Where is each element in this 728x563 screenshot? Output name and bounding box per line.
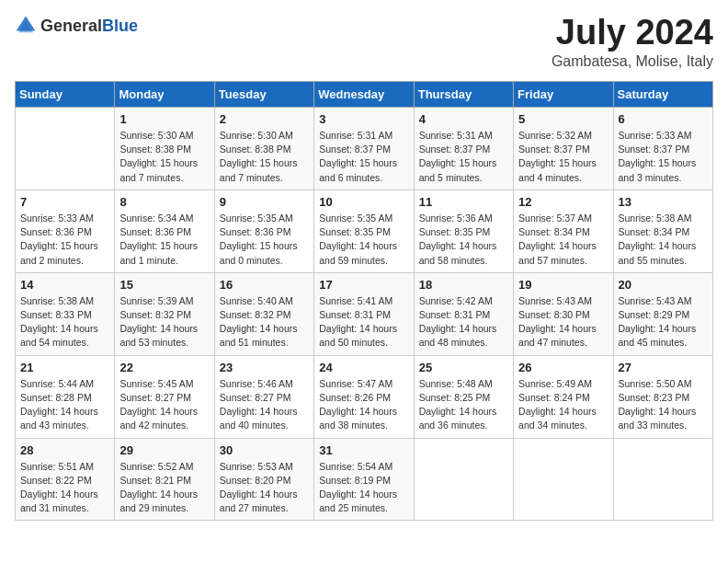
day-number: 18 (419, 278, 508, 292)
day-cell: 27Sunrise: 5:50 AM Sunset: 8:23 PM Dayli… (613, 355, 712, 438)
calendar-table: SundayMondayTuesdayWednesdayThursdayFrid… (15, 81, 713, 521)
day-number: 4 (419, 112, 508, 126)
header-cell-sunday: Sunday (16, 82, 115, 108)
day-cell: 2Sunrise: 5:30 AM Sunset: 8:38 PM Daylig… (214, 108, 313, 190)
day-number: 2 (220, 112, 309, 126)
day-info: Sunrise: 5:33 AM Sunset: 8:37 PM Dayligh… (619, 129, 708, 185)
day-cell: 1Sunrise: 5:30 AM Sunset: 8:38 PM Daylig… (115, 108, 214, 190)
day-cell: 26Sunrise: 5:49 AM Sunset: 8:24 PM Dayli… (514, 355, 613, 438)
day-cell: 28Sunrise: 5:51 AM Sunset: 8:22 PM Dayli… (16, 438, 115, 521)
day-info: Sunrise: 5:30 AM Sunset: 8:38 PM Dayligh… (220, 129, 309, 185)
logo-icon (15, 15, 37, 37)
day-number: 15 (119, 278, 209, 292)
day-info: Sunrise: 5:37 AM Sunset: 8:34 PM Dayligh… (518, 212, 608, 268)
day-number: 9 (220, 195, 309, 209)
header-cell-wednesday: Wednesday (314, 82, 414, 108)
day-cell: 21Sunrise: 5:44 AM Sunset: 8:28 PM Dayli… (16, 355, 115, 438)
day-number: 29 (119, 443, 209, 457)
day-cell: 16Sunrise: 5:40 AM Sunset: 8:32 PM Dayli… (214, 272, 313, 355)
day-number: 20 (619, 278, 708, 292)
location-title: Gambatesa, Molise, Italy (552, 53, 713, 70)
day-number: 5 (518, 112, 608, 126)
day-cell: 14Sunrise: 5:38 AM Sunset: 8:33 PM Dayli… (16, 272, 115, 355)
day-cell: 25Sunrise: 5:48 AM Sunset: 8:25 PM Dayli… (414, 355, 513, 438)
logo-blue: Blue (102, 17, 138, 35)
day-info: Sunrise: 5:38 AM Sunset: 8:33 PM Dayligh… (20, 294, 109, 350)
day-number: 11 (419, 195, 508, 209)
day-cell: 18Sunrise: 5:42 AM Sunset: 8:31 PM Dayli… (414, 272, 513, 355)
day-number: 7 (20, 195, 109, 209)
day-cell: 4Sunrise: 5:31 AM Sunset: 8:37 PM Daylig… (414, 108, 513, 190)
day-number: 1 (119, 112, 209, 126)
day-info: Sunrise: 5:31 AM Sunset: 8:37 PM Dayligh… (419, 129, 508, 185)
day-info: Sunrise: 5:43 AM Sunset: 8:30 PM Dayligh… (518, 294, 608, 350)
day-number: 31 (319, 443, 408, 457)
day-cell (613, 438, 712, 521)
day-info: Sunrise: 5:51 AM Sunset: 8:22 PM Dayligh… (20, 460, 109, 516)
week-row-1: 1Sunrise: 5:30 AM Sunset: 8:38 PM Daylig… (16, 108, 713, 190)
day-info: Sunrise: 5:50 AM Sunset: 8:23 PM Dayligh… (619, 377, 708, 433)
month-title: July 2024 (552, 15, 713, 50)
day-cell: 22Sunrise: 5:45 AM Sunset: 8:27 PM Dayli… (115, 355, 214, 438)
day-info: Sunrise: 5:43 AM Sunset: 8:29 PM Dayligh… (619, 294, 708, 350)
week-row-4: 21Sunrise: 5:44 AM Sunset: 8:28 PM Dayli… (16, 355, 713, 438)
day-cell: 20Sunrise: 5:43 AM Sunset: 8:29 PM Dayli… (613, 272, 712, 355)
day-info: Sunrise: 5:46 AM Sunset: 8:27 PM Dayligh… (220, 377, 309, 433)
title-block: July 2024 Gambatesa, Molise, Italy (552, 15, 713, 70)
day-number: 17 (319, 278, 408, 292)
header-row: SundayMondayTuesdayWednesdayThursdayFrid… (16, 82, 713, 108)
calendar-header: SundayMondayTuesdayWednesdayThursdayFrid… (16, 82, 713, 108)
day-number: 13 (619, 195, 708, 209)
day-cell: 15Sunrise: 5:39 AM Sunset: 8:32 PM Dayli… (115, 272, 214, 355)
day-info: Sunrise: 5:30 AM Sunset: 8:38 PM Dayligh… (119, 129, 209, 185)
logo-text: GeneralBlue (40, 17, 138, 36)
day-number: 27 (619, 361, 708, 374)
day-cell: 13Sunrise: 5:38 AM Sunset: 8:34 PM Dayli… (613, 190, 712, 272)
day-info: Sunrise: 5:38 AM Sunset: 8:34 PM Dayligh… (619, 212, 708, 268)
day-cell: 19Sunrise: 5:43 AM Sunset: 8:30 PM Dayli… (514, 272, 613, 355)
day-cell: 6Sunrise: 5:33 AM Sunset: 8:37 PM Daylig… (613, 108, 712, 190)
day-info: Sunrise: 5:32 AM Sunset: 8:37 PM Dayligh… (518, 129, 608, 185)
day-cell: 23Sunrise: 5:46 AM Sunset: 8:27 PM Dayli… (214, 355, 313, 438)
header-cell-saturday: Saturday (613, 82, 712, 108)
day-cell: 24Sunrise: 5:47 AM Sunset: 8:26 PM Dayli… (314, 355, 414, 438)
day-cell (514, 438, 613, 521)
day-number: 25 (419, 361, 508, 374)
day-cell: 30Sunrise: 5:53 AM Sunset: 8:20 PM Dayli… (214, 438, 313, 521)
day-cell (16, 108, 115, 190)
week-row-5: 28Sunrise: 5:51 AM Sunset: 8:22 PM Dayli… (16, 438, 713, 521)
day-info: Sunrise: 5:35 AM Sunset: 8:36 PM Dayligh… (220, 212, 309, 268)
day-info: Sunrise: 5:53 AM Sunset: 8:20 PM Dayligh… (220, 460, 309, 516)
day-number: 22 (119, 361, 209, 374)
day-info: Sunrise: 5:35 AM Sunset: 8:35 PM Dayligh… (319, 212, 408, 268)
header-cell-monday: Monday (115, 82, 214, 108)
day-number: 26 (518, 361, 608, 374)
day-number: 16 (220, 278, 309, 292)
day-info: Sunrise: 5:41 AM Sunset: 8:31 PM Dayligh… (319, 294, 408, 350)
week-row-3: 14Sunrise: 5:38 AM Sunset: 8:33 PM Dayli… (16, 272, 713, 355)
day-info: Sunrise: 5:40 AM Sunset: 8:32 PM Dayligh… (220, 294, 309, 350)
day-number: 14 (20, 278, 109, 292)
week-row-2: 7Sunrise: 5:33 AM Sunset: 8:36 PM Daylig… (16, 190, 713, 272)
day-number: 23 (220, 361, 309, 374)
page-header: GeneralBlue July 2024 Gambatesa, Molise,… (15, 15, 713, 70)
day-cell: 11Sunrise: 5:36 AM Sunset: 8:35 PM Dayli… (414, 190, 513, 272)
header-cell-friday: Friday (514, 82, 613, 108)
header-cell-tuesday: Tuesday (214, 82, 313, 108)
day-info: Sunrise: 5:31 AM Sunset: 8:37 PM Dayligh… (319, 129, 408, 185)
day-info: Sunrise: 5:52 AM Sunset: 8:21 PM Dayligh… (119, 460, 209, 516)
day-cell: 31Sunrise: 5:54 AM Sunset: 8:19 PM Dayli… (314, 438, 414, 521)
day-cell: 10Sunrise: 5:35 AM Sunset: 8:35 PM Dayli… (314, 190, 414, 272)
header-cell-thursday: Thursday (414, 82, 513, 108)
day-cell: 7Sunrise: 5:33 AM Sunset: 8:36 PM Daylig… (16, 190, 115, 272)
day-info: Sunrise: 5:47 AM Sunset: 8:26 PM Dayligh… (319, 377, 408, 433)
day-info: Sunrise: 5:33 AM Sunset: 8:36 PM Dayligh… (20, 212, 109, 268)
day-info: Sunrise: 5:42 AM Sunset: 8:31 PM Dayligh… (419, 294, 508, 350)
day-number: 28 (20, 443, 109, 457)
day-number: 3 (319, 112, 408, 126)
day-info: Sunrise: 5:44 AM Sunset: 8:28 PM Dayligh… (20, 377, 109, 433)
day-cell: 8Sunrise: 5:34 AM Sunset: 8:36 PM Daylig… (115, 190, 214, 272)
day-number: 12 (518, 195, 608, 209)
day-info: Sunrise: 5:45 AM Sunset: 8:27 PM Dayligh… (119, 377, 209, 433)
day-cell: 5Sunrise: 5:32 AM Sunset: 8:37 PM Daylig… (514, 108, 613, 190)
